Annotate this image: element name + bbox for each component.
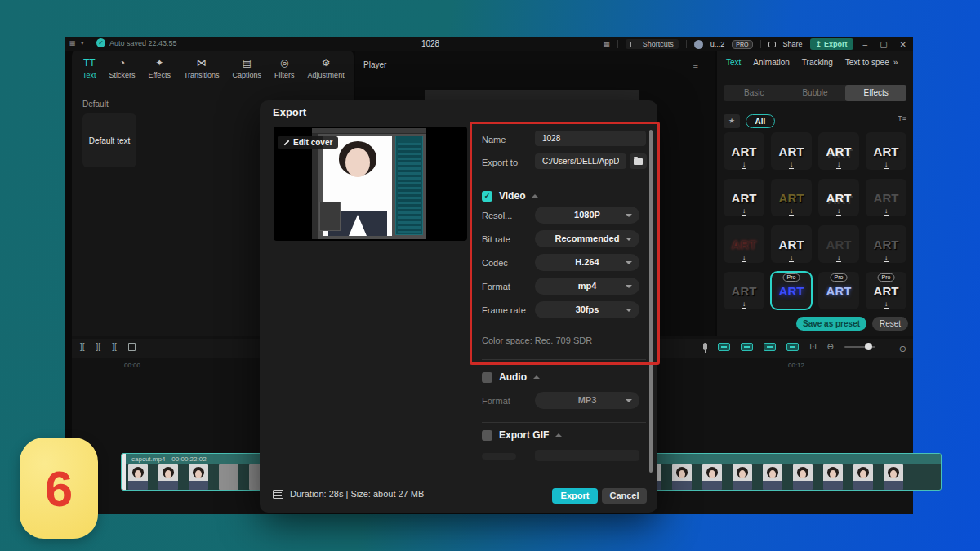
pro-badge: Pro xyxy=(783,273,800,282)
record-voiceover-icon[interactable] xyxy=(703,343,707,350)
clipped-row-dropdown xyxy=(535,450,639,461)
tab-animation[interactable]: Animation xyxy=(753,58,789,67)
tab-text-to-speech[interactable]: Text to spee xyxy=(845,58,889,67)
export-arrow-icon: ↥ xyxy=(816,40,822,48)
download-icon: ↓ xyxy=(836,162,841,169)
tab-text-settings[interactable]: Text xyxy=(726,58,741,67)
titlebar-export-button[interactable]: ↥ Export xyxy=(810,38,853,50)
tab-effects[interactable]: ✦ Effects xyxy=(149,57,171,79)
art-effect-item[interactable]: ART↓ xyxy=(866,225,906,263)
art-effect-item[interactable]: ART↓ xyxy=(866,179,906,216)
frame-thumbnail xyxy=(763,464,782,490)
pro-badge: PRO xyxy=(732,40,752,49)
frame-thumbnail xyxy=(702,464,722,490)
clip-duration: 00:00:22:02 xyxy=(172,455,206,463)
audio-format-dropdown[interactable]: MP3 xyxy=(535,392,639,409)
cover-preview: Edit cover xyxy=(274,127,467,241)
default-text-preset[interactable]: Default text xyxy=(82,113,136,167)
tab-stickers[interactable]: ◔ Stickers xyxy=(109,57,136,79)
tab-transitions[interactable]: ⋈ Transitions xyxy=(184,57,220,79)
art-effect-item[interactable]: ART↓ xyxy=(724,179,764,216)
art-effect-item[interactable]: ProART xyxy=(818,272,859,309)
user-avatar[interactable] xyxy=(694,40,703,49)
collapse-audio-icon[interactable] xyxy=(533,375,540,379)
zoom-slider-knob[interactable] xyxy=(865,343,872,350)
art-effect-item[interactable]: ART↓ xyxy=(771,179,812,216)
clip-name: capcut.mp4 xyxy=(131,455,165,463)
trim-right-icon[interactable]: ][ xyxy=(112,342,117,351)
subtab-basic[interactable]: Basic xyxy=(724,85,785,101)
art-effect-item[interactable]: ART↓ xyxy=(866,132,906,170)
timeline-zoom-slider[interactable] xyxy=(844,346,875,348)
preview-icon[interactable]: ⊡ xyxy=(809,342,816,351)
save-as-preset-button[interactable]: Save as preset xyxy=(796,317,866,331)
dialog-export-button[interactable]: Export xyxy=(552,488,598,504)
username-label: u...2 xyxy=(710,40,725,48)
linking-icon[interactable] xyxy=(764,343,776,351)
art-effect-item[interactable]: ART↓ xyxy=(724,272,764,309)
snap-icon[interactable] xyxy=(718,343,730,351)
audio-section-label: Audio xyxy=(499,371,527,383)
art-effect-item[interactable]: ART↓ xyxy=(771,132,812,170)
frame-thumbnail xyxy=(793,464,813,490)
text-icon: TT xyxy=(83,57,96,69)
tab-filters[interactable]: ◎ Filters xyxy=(274,57,295,79)
captions-icon: ▤ xyxy=(243,57,252,69)
divider xyxy=(617,40,618,48)
subtab-bubble[interactable]: Bubble xyxy=(785,85,846,101)
export-gif-checkbox[interactable] xyxy=(482,430,492,441)
collapse-gif-icon[interactable] xyxy=(555,433,562,437)
favorites-star-icon[interactable]: ★ xyxy=(724,114,740,128)
preview-axis-icon[interactable] xyxy=(786,343,799,351)
layout-grid-icon[interactable]: ▦ xyxy=(603,40,610,48)
clipped-row-label xyxy=(482,453,516,460)
delete-icon[interactable] xyxy=(128,343,136,351)
reset-button[interactable]: Reset xyxy=(872,317,908,331)
text-filter-icon[interactable]: T≡ xyxy=(898,114,906,122)
trim-left-icon[interactable]: ][ xyxy=(96,342,101,351)
art-effect-item[interactable]: ART↓ xyxy=(818,225,859,263)
zoom-out-icon[interactable]: ⊖ xyxy=(827,342,834,351)
art-effect-item[interactable]: ART↓ xyxy=(818,132,859,170)
download-icon: ↓ xyxy=(836,208,841,216)
section-default-label: Default xyxy=(82,100,109,109)
tabs-overflow-icon[interactable]: » xyxy=(893,58,898,67)
frame-thumbnail xyxy=(128,464,148,490)
art-effect-item[interactable]: ProART↓ xyxy=(866,272,906,309)
tab-text[interactable]: TT Text xyxy=(82,57,96,79)
window-menu-icon[interactable]: ▦ ▾ xyxy=(69,39,86,47)
tab-adjustment[interactable]: ⚙ Adjustment xyxy=(308,57,345,79)
edit-cover-button[interactable]: Edit cover xyxy=(278,136,338,149)
text-subtabs: Basic Bubble Effects xyxy=(724,85,906,101)
art-effect-item-selected[interactable]: ProART xyxy=(771,272,812,309)
audio-checkbox[interactable] xyxy=(482,372,492,383)
dialog-cancel-button[interactable]: Cancel xyxy=(602,488,647,504)
video-frame-background xyxy=(425,90,639,100)
caret-down-icon xyxy=(626,399,632,402)
download-icon: ↓ xyxy=(789,162,794,169)
player-menu-icon[interactable]: ≡ xyxy=(693,60,698,70)
divider xyxy=(760,40,761,48)
subtab-effects[interactable]: Effects xyxy=(845,85,906,101)
tab-captions[interactable]: ▤ Captions xyxy=(233,57,262,79)
dialog-title: Export xyxy=(273,106,306,118)
shortcuts-button[interactable]: Shortcuts xyxy=(626,39,679,49)
fit-timeline-icon[interactable]: ⊙ xyxy=(899,344,906,354)
art-effect-item[interactable]: ART↓ xyxy=(724,225,764,263)
close-button[interactable]: ✕ xyxy=(898,40,909,49)
all-filter-button[interactable]: All xyxy=(746,114,775,128)
minimize-button[interactable]: – xyxy=(861,40,871,49)
split-icon[interactable]: ][ xyxy=(80,342,85,351)
frame-thumbnail xyxy=(672,464,692,490)
share-icon xyxy=(768,42,776,47)
keyboard-icon xyxy=(630,42,639,47)
maximize-button[interactable]: ▢ xyxy=(877,40,889,49)
art-effect-item[interactable]: ART↓ xyxy=(771,225,812,263)
art-effect-item[interactable]: ART↓ xyxy=(724,132,764,170)
tab-tracking[interactable]: Tracking xyxy=(802,58,833,67)
export-gif-section-label: Export GIF xyxy=(499,429,549,441)
divider xyxy=(482,422,646,423)
magnetic-icon[interactable] xyxy=(741,343,753,351)
share-button[interactable]: Share xyxy=(783,40,803,48)
art-effect-item[interactable]: ART↓ xyxy=(818,179,859,216)
